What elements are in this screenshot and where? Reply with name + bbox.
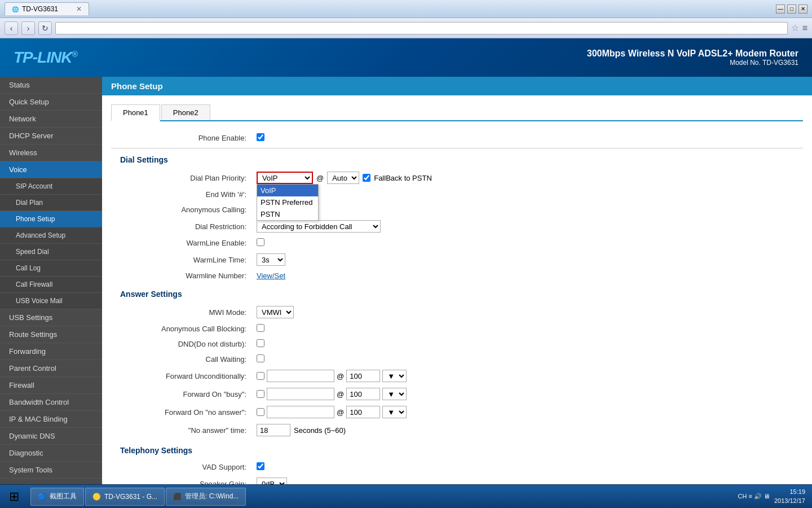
warmline-time-select[interactable]: 3s 5s 10s [257,253,285,266]
reload-btn[interactable]: ↻ [38,21,52,35]
model-number: Model No. TD-VG3631 [587,59,798,67]
sidebar-item-firewall[interactable]: Firewall [0,377,102,394]
forward-busy-at: @ [337,390,344,398]
forward-busy-checkbox[interactable] [257,390,264,398]
sidebar-item-network[interactable]: Network [0,111,102,128]
forward-unconditionally-input[interactable] [267,370,334,382]
sidebar-item-voice[interactable]: Voice [0,161,102,178]
forward-no-answer-at-value[interactable] [346,406,380,418]
sidebar-item-status[interactable]: Status [0,77,102,94]
fallback-pstn-label: FallBack to PSTN [374,174,432,182]
sidebar-item-dial-plan[interactable]: Dial Plan [0,195,102,211]
answer-settings-title: Answer Settings [111,290,803,299]
sidebar-item-phone-setup[interactable]: Phone Setup [0,211,102,227]
taskbar-item-cmd[interactable]: ⬛ 管理员: C:\Wind... [166,488,246,506]
warmline-enable-checkbox[interactable] [257,238,264,246]
taskbar-icon-cmd: ⬛ [173,493,182,501]
sidebar-item-wireless[interactable]: Wireless [0,144,102,161]
dropdown-option-pstn-preferred[interactable]: PSTN Preferred [257,196,318,208]
dial-plan-dropdown-container: VoIP PSTN Preferred PSTN VoIP PSTN Prefe… [257,172,313,184]
sidebar-item-speed-dial[interactable]: Speed Dial [0,244,102,260]
sidebar-item-call-firewall[interactable]: Call Firewall [0,277,102,293]
taskbar-item-browser[interactable]: 🟡 TD-VG3631 - G... [85,488,165,506]
vad-support-checkbox[interactable] [257,462,264,470]
anonymous-call-blocking-checkbox[interactable] [257,324,264,332]
taskbar-tray: CH ≡ 🔊 🖥 15:19 2013/12/17 [731,488,812,505]
taskbar-item-screenshot[interactable]: 🔵 截图工具 [30,488,84,506]
forward-busy-at-select[interactable]: ▼ [382,388,407,400]
sidebar-item-parent-control[interactable]: Parent Control [0,360,102,377]
clock-date: 2013/12/17 [774,497,805,505]
browser-tab[interactable]: 🌐 TD-VG3631 ✕ [5,2,89,15]
sidebar: Status Quick Setup Network DHCP Server W… [0,77,102,508]
forward-no-answer-at-select[interactable]: ▼ [382,406,407,418]
warmline-number-btn[interactable]: View/Set [257,271,285,280]
browser-toolbar: ‹ › ↻ 192.168.1.1 ☆ ≡ [0,18,812,38]
sidebar-item-forwarding[interactable]: Forwarding [0,343,102,360]
forward-no-answer-row: @ ▼ [257,406,798,418]
telephony-settings-title: Telephony Settings [111,446,803,455]
sidebar-item-call-log[interactable]: Call Log [0,260,102,277]
menu-btn[interactable]: ≡ [802,23,807,33]
dial-restriction-select[interactable]: According to Forbidden Call [257,220,381,233]
forward-unconditionally-checkbox[interactable] [257,372,264,380]
sidebar-item-quick-setup[interactable]: Quick Setup [0,94,102,111]
back-btn[interactable]: ‹ [5,21,18,35]
fallback-pstn-checkbox[interactable] [363,174,370,182]
tab-phone1[interactable]: Phone1 [111,104,160,121]
address-bar[interactable]: 192.168.1.1 [55,22,788,34]
tab-favicon: 🌐 [12,6,19,12]
forward-unconditionally-at-select[interactable]: ▼ [382,370,407,382]
start-button[interactable]: ⊞ [0,485,28,508]
call-waiting-checkbox[interactable] [257,354,264,362]
forward-no-answer-checkbox[interactable] [257,408,264,416]
no-answer-time-group: Seconds (5~60) [257,424,798,436]
taskbar-icon-browser: 🟡 [92,493,101,501]
no-answer-time-unit: Seconds (5~60) [294,426,346,435]
no-answer-time-input[interactable] [257,424,290,436]
forward-busy-at-value[interactable] [346,388,380,400]
dial-settings-title: Dial Settings [111,155,803,164]
forward-btn[interactable]: › [21,21,35,35]
end-with-hash-label: End With '#': [111,187,252,202]
tray-icons: CH ≡ 🔊 🖥 [738,493,769,500]
warmline-time-label: WarmLine Time: [111,251,252,269]
tab-close-btn[interactable]: ✕ [76,5,82,13]
forward-busy-row: @ ▼ [257,388,798,400]
sidebar-item-sip-account[interactable]: SIP Account [0,178,102,195]
forward-unconditionally-at-value[interactable] [346,370,380,382]
sidebar-item-advanced-setup[interactable]: Advanced Setup [0,227,102,244]
close-btn[interactable]: ✕ [798,5,807,14]
sidebar-item-dhcp[interactable]: DHCP Server [0,128,102,144]
sidebar-item-ip-mac[interactable]: IP & MAC Binding [0,411,102,428]
dnd-checkbox[interactable] [257,339,264,347]
sidebar-item-system-tools[interactable]: System Tools [0,462,102,479]
tab-phone2[interactable]: Phone2 [161,104,210,120]
dial-plan-priority-group: VoIP PSTN Preferred PSTN VoIP PSTN Prefe… [257,172,798,184]
sidebar-item-bandwidth-control[interactable]: Bandwidth Control [0,394,102,411]
minimize-btn[interactable]: — [776,5,785,14]
sidebar-item-route-settings[interactable]: Route Settings [0,326,102,343]
bookmark-btn[interactable]: ☆ [791,23,799,33]
mwi-mode-select[interactable]: VMWI MWI [257,306,294,318]
forward-busy-label: Forward On "busy": [111,385,252,403]
warmline-enable-label: WarmLine Enable: [111,235,252,251]
tab-bar: Phone1 Phone2 [111,104,803,121]
sidebar-item-dynamic-dns[interactable]: Dynamic DNS [0,428,102,445]
forward-no-answer-input[interactable] [267,406,334,418]
dial-plan-priority-select[interactable]: VoIP PSTN Preferred PSTN [257,172,313,184]
page-title: Phone Setup [111,81,163,91]
maximize-btn[interactable]: □ [787,5,796,14]
model-name: 300Mbps Wireless N VoIP ADSL2+ Modem Rou… [587,49,798,59]
sidebar-item-diagnostic[interactable]: Diagnostic [0,445,102,462]
router-model: 300Mbps Wireless N VoIP ADSL2+ Modem Rou… [587,49,798,67]
phone-enable-checkbox[interactable] [257,133,264,141]
dropdown-option-voip[interactable]: VoIP [257,185,318,196]
browser-titlebar: 🌐 TD-VG3631 ✕ — □ ✕ [0,0,812,18]
sidebar-item-usb-settings[interactable]: USB Settings [0,309,102,326]
forward-no-answer-at: @ [337,408,344,417]
auto-select[interactable]: Auto [327,172,359,184]
sidebar-item-usb-voice-mail[interactable]: USB Voice Mail [0,293,102,309]
dropdown-option-pstn[interactable]: PSTN [257,208,318,220]
forward-busy-input[interactable] [267,388,334,400]
